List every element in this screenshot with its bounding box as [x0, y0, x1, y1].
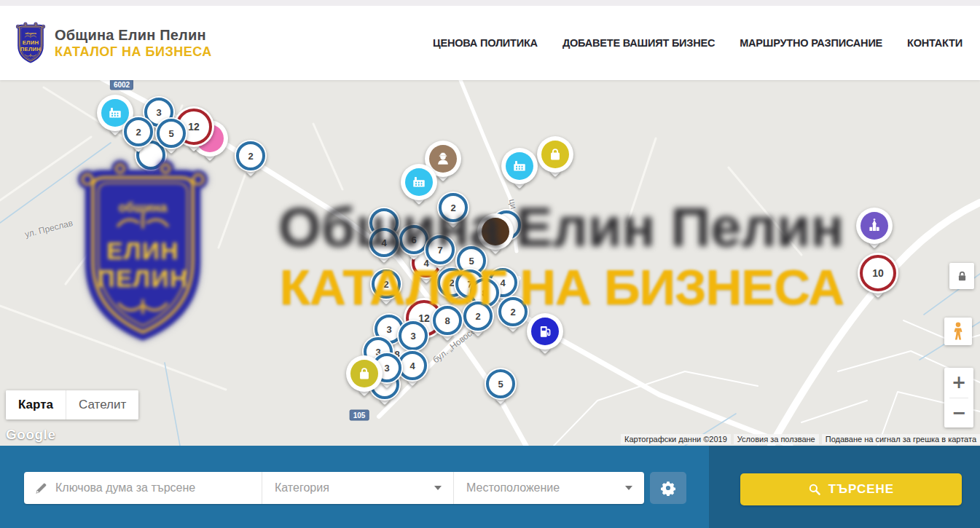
site-logo[interactable]: община ЕЛИН ПЕЛИН Община Елин Пелин КАТА…	[13, 21, 212, 66]
cluster-marker[interactable]: 2	[122, 116, 154, 148]
search-button[interactable]: ТЪРСЕНЕ	[740, 473, 962, 505]
cluster-marker[interactable]: 2	[370, 268, 402, 300]
map-attribution: Картографски данни ©2019 Условия за полз…	[621, 434, 980, 444]
search-icon	[808, 483, 821, 496]
keyword-input[interactable]	[54, 481, 239, 495]
cluster-marker[interactable]: 5	[155, 117, 187, 149]
map-canvas[interactable]: 6002105ул. Преславбул. „Новоселци 325122…	[0, 80, 980, 446]
header: община ЕЛИН ПЕЛИН Община Елин Пелин КАТА…	[0, 6, 980, 80]
cluster-count: 3	[156, 107, 161, 118]
cluster-count: 8	[482, 288, 487, 299]
road-badge: 105	[350, 410, 369, 421]
zoom-out-button[interactable]: −	[944, 398, 973, 428]
cluster-marker[interactable]: 10	[858, 253, 898, 293]
pegman-icon	[950, 321, 966, 342]
nav-add-your-business[interactable]: ДОБАВЕТЕ ВАШИЯТ БИЗНЕС	[562, 37, 715, 49]
factory-marker[interactable]	[401, 164, 437, 200]
cluster-marker[interactable]: 2	[497, 296, 529, 328]
svg-text:ЕЛИН: ЕЛИН	[23, 39, 39, 46]
report-map-error-link[interactable]: Подаване на сигнал за грешка в картата	[822, 434, 980, 444]
map-type-map-button[interactable]: Карта	[6, 390, 66, 419]
settings-button[interactable]	[650, 472, 686, 504]
cluster-count: 7	[437, 245, 442, 256]
google-logo[interactable]: Google	[6, 427, 55, 443]
top-strip	[0, 0, 980, 6]
location-select[interactable]: Местоположение	[453, 472, 644, 504]
cluster-count: 5	[469, 256, 474, 267]
cluster-count: 2	[510, 307, 515, 318]
cluster-count: 3	[386, 324, 391, 335]
cluster-marker[interactable]: 2	[462, 300, 494, 332]
gear-icon	[660, 480, 676, 496]
bag-marker[interactable]	[346, 355, 383, 392]
municipality-crest-icon: община ЕЛИН ПЕЛИН	[13, 21, 48, 66]
svg-text:ПЕЛИН: ПЕЛИН	[20, 45, 41, 52]
cluster-count: 2	[383, 279, 388, 290]
cluster-marker[interactable]: 7	[424, 234, 456, 266]
cluster-count: 4	[381, 237, 386, 248]
zoom-control: + −	[944, 368, 973, 427]
pencil-icon	[34, 481, 48, 495]
cluster-count: 5	[168, 128, 173, 139]
cluster-count: 3	[384, 363, 389, 374]
bag-marker[interactable]	[537, 136, 573, 173]
location-placeholder: Местоположение	[466, 481, 560, 494]
search-fields: Категория Местоположение	[24, 472, 644, 504]
cluster-count: 2	[450, 202, 455, 213]
lock-button[interactable]	[949, 263, 974, 289]
cluster-marker[interactable]: 2	[437, 192, 469, 224]
category-placeholder: Категория	[275, 481, 329, 494]
chevron-down-icon	[625, 486, 632, 490]
cluster-count: 8	[444, 315, 450, 326]
church-marker[interactable]	[856, 208, 893, 244]
map-data-copyright: Картографски данни ©2019	[621, 434, 731, 444]
cluster-count: 5	[498, 379, 503, 390]
cluster-marker[interactable]: 8	[431, 304, 463, 336]
category-select[interactable]: Категория	[262, 472, 453, 504]
svg-text:община: община	[25, 31, 36, 34]
cluster-count: 12	[188, 121, 200, 133]
keyword-field[interactable]	[24, 472, 262, 504]
cluster-count: 4	[500, 277, 505, 288]
factory-marker[interactable]	[501, 148, 538, 184]
lock-icon	[956, 270, 968, 283]
nav-pricing-policy[interactable]: ЦЕНОВА ПОЛИТИКА	[433, 37, 538, 49]
zoom-in-button[interactable]: +	[944, 368, 973, 398]
nav-route-schedule[interactable]: МАРШРУТНО РАЗПИСАНИЕ	[740, 37, 882, 49]
main-nav: ЦЕНОВА ПОЛИТИКА ДОБАВЕТЕ ВАШИЯТ БИЗНЕС М…	[433, 37, 963, 49]
street-label: ци	[507, 198, 520, 210]
cluster-marker[interactable]: 4	[368, 226, 400, 259]
road-badge: 6002	[110, 80, 133, 90]
cluster-count: 4	[409, 360, 415, 371]
cluster-marker[interactable]: 2	[235, 140, 267, 172]
cluster-count: 2	[475, 311, 480, 322]
cluster-marker[interactable]: 5	[485, 368, 517, 400]
cluster-marker[interactable]: 3	[397, 320, 429, 352]
terms-of-use-link[interactable]: Условия за ползване	[734, 434, 819, 444]
cluster-count: 3	[410, 331, 415, 342]
chevron-down-icon	[434, 486, 442, 490]
cluster-count: 2	[136, 127, 141, 138]
map-type-control: Карта Сателит	[6, 390, 138, 419]
nav-contacts[interactable]: КОНТАКТИ	[907, 37, 963, 49]
search-bar: Категория Местоположение ТЪРСЕНЕ	[0, 446, 980, 528]
pegman-button[interactable]	[944, 318, 972, 345]
site-title: Община Елин Пелин	[55, 27, 212, 44]
site-subtitle: КАТАЛОГ НА БИЗНЕСА	[55, 44, 212, 60]
search-button-label: ТЪРСЕНЕ	[828, 482, 894, 497]
map-type-satellite-button[interactable]: Сателит	[66, 390, 138, 419]
cluster-count: 2	[248, 151, 253, 162]
cluster-count: 6	[411, 235, 416, 245]
fuel-marker[interactable]	[527, 313, 563, 350]
cluster-count: 10	[872, 267, 884, 279]
